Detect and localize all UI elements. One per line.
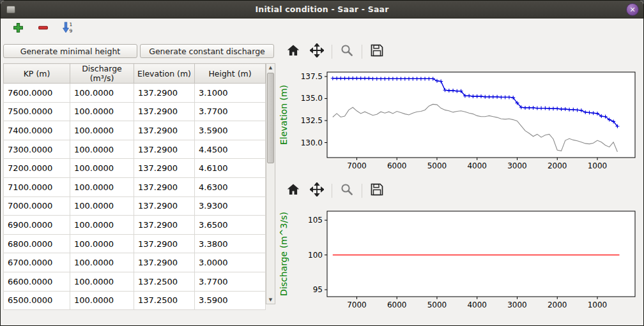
table-cell[interactable]: 6500.0000: [4, 291, 70, 310]
table-cell[interactable]: 100.0000: [70, 216, 134, 235]
table-cell[interactable]: 137.2900: [134, 121, 195, 140]
table-cell[interactable]: 100.0000: [70, 272, 134, 291]
svg-text:5000: 5000: [427, 161, 447, 170]
column-header-height[interactable]: Height (m): [195, 64, 266, 84]
table-cell[interactable]: 137.2900: [134, 216, 195, 235]
table-cell[interactable]: 137.2900: [134, 234, 195, 253]
generate-buttons-row: Generate minimal height Generate constan…: [3, 44, 274, 58]
table-cell[interactable]: 3.6500: [195, 216, 266, 235]
table-cell[interactable]: 3.7700: [195, 102, 266, 121]
zoom-button[interactable]: [338, 43, 356, 61]
table-cell[interactable]: 137.2900: [134, 84, 195, 103]
table-cell[interactable]: 137.2500: [134, 291, 195, 310]
table-cell[interactable]: 100.0000: [70, 159, 134, 178]
table-cell[interactable]: 7600.0000: [4, 84, 70, 103]
pan-button[interactable]: [308, 182, 326, 200]
right-panel: 7000600050004000300020001000137.5135.013…: [277, 39, 643, 326]
home-button[interactable]: [284, 182, 302, 200]
svg-text:105: 105: [308, 216, 323, 225]
table-cell[interactable]: 100.0000: [70, 177, 134, 196]
table-cell[interactable]: 137.2500: [134, 272, 195, 291]
pan-icon: [310, 182, 324, 199]
table-cell[interactable]: 137.2900: [134, 140, 195, 159]
save-button[interactable]: [368, 43, 386, 61]
table-cell[interactable]: 137.2900: [134, 159, 195, 178]
svg-text:95: 95: [313, 285, 323, 294]
svg-text:4000: 4000: [467, 161, 487, 170]
sort-icon: 1 9: [61, 21, 74, 36]
table-row: 7000.0000100.0000137.29003.9300: [4, 196, 266, 216]
elevation-chart[interactable]: 7000600050004000300020001000137.5135.013…: [278, 68, 640, 174]
table-cell[interactable]: 3.1000: [195, 84, 266, 103]
table-cell[interactable]: 6800.0000: [4, 234, 70, 253]
table-cell[interactable]: 7400.0000: [4, 121, 70, 140]
close-button[interactable]: ✕: [626, 3, 639, 16]
add-row-button[interactable]: [10, 21, 26, 36]
generate-constant-discharge-button[interactable]: Generate constant discharge: [140, 44, 274, 58]
table-cell[interactable]: 100.0000: [70, 140, 134, 159]
table-row: 7400.0000100.0000137.29003.5900: [4, 121, 266, 140]
table-cell[interactable]: 137.2900: [134, 177, 195, 196]
svg-text:9: 9: [70, 28, 73, 34]
svg-text:Discharge (m^3/s): Discharge (m^3/s): [279, 212, 289, 296]
table-cell[interactable]: 100.0000: [70, 84, 134, 103]
home-button[interactable]: [284, 43, 302, 61]
table-cell[interactable]: 3.9300: [195, 196, 266, 216]
svg-text:7000: 7000: [347, 300, 367, 309]
table-cell[interactable]: 3.7700: [195, 272, 266, 291]
table-row: 6700.0000100.0000137.29003.0000: [4, 253, 266, 272]
table-cell[interactable]: 100.0000: [70, 234, 134, 253]
column-header-kp[interactable]: KP (m): [4, 64, 70, 84]
table-cell[interactable]: 137.2900: [134, 196, 195, 216]
svg-text:6000: 6000: [387, 300, 407, 309]
table-cell[interactable]: 7000.0000: [4, 196, 70, 216]
table-cell[interactable]: 7300.0000: [4, 140, 70, 159]
table-cell[interactable]: 7200.0000: [4, 159, 70, 178]
scrollbar-up-arrow[interactable]: ▲: [266, 64, 275, 71]
initial-condition-table: KP (m) Discharge (m³/s) Elevation (m) He…: [3, 63, 275, 304]
table-row: 7100.0000100.0000137.29004.6300: [4, 177, 266, 196]
generate-minimal-height-button[interactable]: Generate minimal height: [3, 44, 137, 58]
table-cell[interactable]: 100.0000: [70, 196, 134, 216]
svg-text:1000: 1000: [588, 161, 608, 170]
table-cell[interactable]: 100.0000: [70, 121, 134, 140]
column-header-discharge[interactable]: Discharge (m³/s): [70, 64, 134, 84]
table-cell[interactable]: 4.4500: [195, 140, 266, 159]
svg-text:4000: 4000: [467, 300, 487, 309]
discharge-chart[interactable]: 700060005000400030002000100010510095Disc…: [278, 207, 640, 313]
plus-icon: [13, 22, 24, 36]
table-cell[interactable]: 6900.0000: [4, 216, 70, 235]
titlebar: Initial condition - Saar - Saar ✕: [1, 1, 643, 19]
scrollbar-thumb[interactable]: [267, 73, 274, 163]
sort-button[interactable]: 1 9: [60, 21, 75, 36]
table-cell[interactable]: 100.0000: [70, 102, 134, 121]
table-row: 7500.0000100.0000137.29003.7700: [4, 102, 266, 121]
remove-row-button[interactable]: [35, 21, 50, 36]
pan-button[interactable]: [308, 43, 326, 61]
svg-text:2000: 2000: [548, 300, 567, 309]
table-cell[interactable]: 3.5900: [195, 121, 266, 140]
table-cell[interactable]: 3.3800: [195, 234, 266, 253]
table-row: 6900.0000100.0000137.29003.6500: [4, 216, 266, 235]
scrollbar-down-arrow[interactable]: ▼: [266, 296, 275, 304]
zoom-icon: [340, 182, 354, 199]
table-cell[interactable]: 4.6100: [195, 159, 266, 178]
save-button[interactable]: [368, 182, 386, 200]
table-cell[interactable]: 7500.0000: [4, 102, 70, 121]
table-cell[interactable]: 3.5900: [195, 291, 266, 310]
discharge-plot-toolbar: [284, 182, 641, 200]
table-cell[interactable]: 6700.0000: [4, 253, 70, 272]
column-header-elevation[interactable]: Elevation (m): [134, 64, 195, 84]
elevation-plot-toolbar: [284, 43, 641, 61]
table-cell[interactable]: 3.0000: [195, 253, 266, 272]
table-cell[interactable]: 6600.0000: [4, 272, 70, 291]
table-cell[interactable]: 137.2900: [134, 253, 195, 272]
table-cell[interactable]: 4.6300: [195, 177, 266, 196]
table-cell[interactable]: 7100.0000: [4, 177, 70, 196]
svg-text:6000: 6000: [387, 161, 407, 170]
table-scrollbar[interactable]: ▲ ▼: [266, 63, 275, 304]
table-cell[interactable]: 137.2900: [134, 102, 195, 121]
table-cell[interactable]: 100.0000: [70, 291, 134, 310]
zoom-button[interactable]: [338, 182, 356, 200]
table-cell[interactable]: 100.0000: [70, 253, 134, 272]
